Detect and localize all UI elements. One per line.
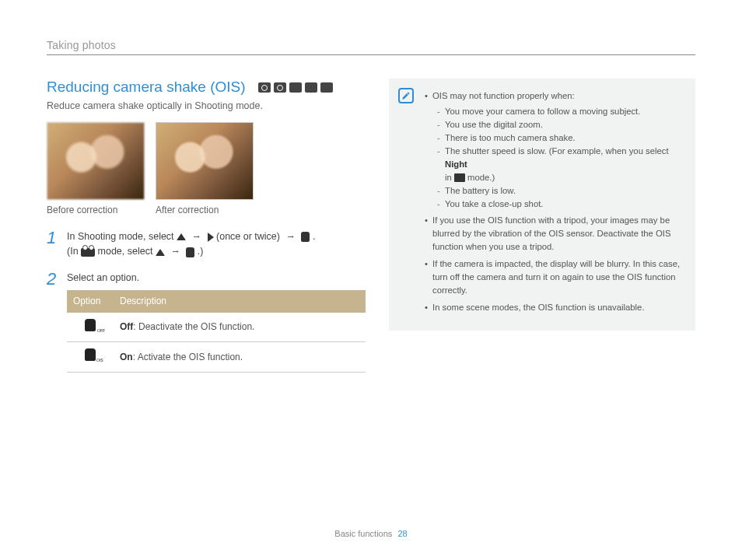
note-sub-3a: The shutter speed is slow. (For example,… bbox=[445, 146, 669, 156]
before-caption: Before correction bbox=[47, 205, 145, 215]
step-number: 2 bbox=[47, 271, 59, 373]
note-box: OIS may not function properly when: You … bbox=[389, 79, 695, 331]
photo-compare-row: Before correction After correction bbox=[47, 122, 366, 215]
mode-icon-row bbox=[258, 82, 333, 93]
row-rest: : Deactivate the OIS function. bbox=[133, 321, 254, 332]
chevron-right-icon bbox=[208, 233, 214, 242]
footer-section: Basic functions bbox=[334, 529, 392, 538]
note-sub-item: You use the digital zoom. bbox=[437, 118, 683, 131]
step-list: 1 In Shooting mode, select → (once or tw… bbox=[47, 229, 366, 373]
after-photo bbox=[156, 122, 254, 200]
note-sub-item: You take a close-up shot. bbox=[437, 198, 683, 211]
up-triangle-icon bbox=[156, 249, 165, 256]
note-item: If the camera is impacted, the display w… bbox=[425, 257, 683, 297]
footer-page-number: 28 bbox=[397, 529, 407, 538]
note-item: OIS may not function properly when: You … bbox=[425, 89, 683, 210]
arrow-icon: → bbox=[170, 246, 180, 257]
row-bold: Off bbox=[120, 321, 133, 332]
note-item: If you use the OIS function with a tripo… bbox=[425, 214, 683, 254]
table-cell-desc: On: Activate the OIS function. bbox=[114, 342, 366, 373]
step-1: 1 In Shooting mode, select → (once or tw… bbox=[47, 229, 366, 260]
note-sublist: You move your camera to follow a moving … bbox=[437, 105, 683, 211]
camera-plus-mode-icon bbox=[274, 82, 286, 93]
step-number: 1 bbox=[47, 229, 59, 260]
breadcrumb: Taking photos bbox=[47, 39, 695, 55]
note-sub-item: You move your camera to follow a moving … bbox=[437, 105, 683, 118]
step-1-line2-c: .) bbox=[198, 246, 204, 257]
section-subtitle: Reduce camera shake optically in Shootin… bbox=[47, 100, 366, 111]
arrow-icon: → bbox=[192, 231, 202, 242]
video-mode-icon bbox=[320, 82, 333, 93]
note-in-word: in bbox=[445, 173, 454, 182]
ois-off-icon bbox=[85, 319, 96, 331]
step-2: 2 Select an option. Option Description bbox=[47, 271, 366, 373]
table-header-option: Option bbox=[67, 290, 114, 313]
left-column: Reducing camera shake (OIS) Reduce camer… bbox=[47, 79, 366, 383]
ois-hand-icon bbox=[301, 232, 310, 242]
ois-on-icon bbox=[85, 348, 96, 361]
note-sub-item: The battery is low. bbox=[437, 184, 683, 198]
step-2-body: Select an option. Option Description bbox=[67, 271, 366, 373]
step-2-text: Select an option. bbox=[67, 271, 366, 285]
right-column: OIS may not function properly when: You … bbox=[389, 79, 695, 383]
camera-mode-icon bbox=[258, 82, 271, 93]
content-columns: Reducing camera shake (OIS) Reduce camer… bbox=[47, 79, 695, 383]
scene-mode-icon bbox=[289, 82, 302, 93]
note-icon bbox=[398, 88, 414, 103]
step-1-text-a: In Shooting mode, select bbox=[67, 231, 177, 242]
section-title: Reducing camera shake (OIS) bbox=[47, 79, 246, 96]
step-1-text-c: . bbox=[313, 231, 315, 242]
section-heading-row: Reducing camera shake (OIS) bbox=[47, 79, 366, 96]
table-cell-desc: Off: Deactivate the OIS function. bbox=[114, 313, 366, 342]
arrow-icon: → bbox=[285, 231, 296, 242]
note-intro: OIS may not function properly when: bbox=[432, 91, 575, 100]
dual-mode-icon bbox=[305, 82, 317, 93]
table-header-description: Description bbox=[114, 290, 366, 313]
table-row: Off: Deactivate the OIS function. bbox=[67, 313, 366, 342]
step-1-line2-b: mode, select bbox=[98, 246, 156, 257]
pencil-note-icon bbox=[401, 91, 411, 100]
note-sub-3b: mode.) bbox=[465, 173, 495, 182]
before-block: Before correction bbox=[47, 122, 145, 215]
step-1-line2-a: (In bbox=[67, 246, 81, 257]
after-block: After correction bbox=[156, 122, 254, 215]
table-row: On: Activate the OIS function. bbox=[67, 342, 366, 373]
row-bold: On bbox=[120, 352, 133, 362]
row-rest: : Activate the OIS function. bbox=[133, 352, 243, 362]
step-1-text-b: (once or twice) bbox=[216, 231, 282, 242]
note-sub-item: There is too much camera shake. bbox=[437, 131, 683, 145]
up-triangle-icon bbox=[177, 233, 186, 240]
step-1-body: In Shooting mode, select → (once or twic… bbox=[67, 229, 315, 260]
option-table: Option Description Off: Deactivate the O… bbox=[67, 290, 366, 373]
smart-mode-icon bbox=[81, 248, 95, 257]
ois-hand-icon bbox=[186, 247, 194, 257]
scene-mode-inline-icon bbox=[454, 173, 465, 182]
page-footer: Basic functions 28 bbox=[0, 529, 742, 538]
night-word: Night bbox=[445, 159, 467, 169]
note-item: In some scene modes, the OIS function is… bbox=[425, 301, 683, 314]
before-photo bbox=[47, 122, 145, 200]
note-sub-item: The shutter speed is slow. (For example,… bbox=[437, 145, 683, 184]
after-caption: After correction bbox=[156, 205, 254, 215]
